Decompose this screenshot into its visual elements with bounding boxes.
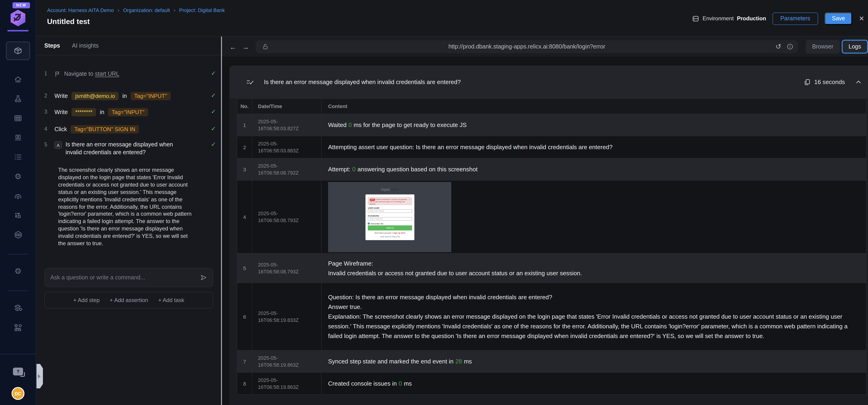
step-row-1[interactable]: 1 Navigate to start URL ✓: [44, 70, 216, 77]
sidebar-item-account-settings[interactable]: ⚙: [0, 264, 36, 278]
user-avatar[interactable]: DC: [11, 387, 25, 400]
step-target-chip[interactable]: Tag="INPUT": [131, 92, 171, 100]
command-input[interactable]: [50, 274, 200, 281]
sidebar-item-org-settings[interactable]: [0, 320, 36, 334]
org-chart-gear-icon: [13, 323, 22, 332]
assertion-question: Is there an error message displayed when…: [65, 141, 182, 156]
chevron-right-icon: ›: [174, 7, 175, 13]
breadcrumb-project[interactable]: Project: Digital Bank: [179, 7, 225, 13]
forward-icon[interactable]: →: [239, 43, 252, 51]
reload-icon[interactable]: ↺: [775, 42, 781, 51]
step-action: Write: [55, 92, 68, 99]
log-table-header: No. Date/Time Content: [237, 99, 866, 114]
screenshot-thumbnail[interactable]: Digital Bank Error Invalid credentials o…: [328, 182, 451, 252]
sidebar-item-settings[interactable]: ⚙: [0, 170, 36, 183]
col-header-datetime: Date/Time: [252, 99, 322, 114]
start-url-link[interactable]: start URL: [95, 71, 119, 77]
log-question-header[interactable]: Is there an error message displayed when…: [229, 65, 868, 98]
mini-checkbox: ✓: [368, 223, 370, 225]
environment-selector[interactable]: Environment Production: [692, 15, 766, 22]
tab-steps[interactable]: Steps: [44, 42, 60, 49]
value-highlight: 0: [399, 380, 402, 387]
panel-splitter[interactable]: [221, 36, 222, 405]
log-row-3[interactable]: 3 2025-05-16T06:58:08.792Z Attempt:0answ…: [237, 158, 866, 180]
row-content: Waited0ms for the page to get ready to e…: [322, 114, 866, 136]
info-icon[interactable]: [787, 44, 793, 50]
panel-expand-handle[interactable]: [36, 364, 43, 388]
breadcrumb-organization[interactable]: Organization: default: [123, 7, 170, 13]
step-value-chip[interactable]: jsmith@demo.io: [71, 92, 119, 100]
parameters-button[interactable]: Parameters: [773, 12, 818, 25]
step-target-chip[interactable]: Tag="BUTTON" SIGN IN: [71, 125, 139, 134]
log-row-4[interactable]: 4 2025-05-16T06:58:08.793Z Digital Bank …: [237, 180, 866, 254]
sidebar-divider: [7, 290, 29, 291]
sidebar-item-grid[interactable]: [0, 111, 36, 125]
copy-icon[interactable]: [804, 79, 810, 85]
row-datetime: 2025-05-16T06:58:08.792Z: [252, 158, 322, 180]
log-row-8[interactable]: 8 2025-05-16T06:58:19.863Z Created conso…: [237, 373, 866, 395]
harness-logo-icon[interactable]: [9, 9, 27, 27]
steps-panel: Steps AI insights 1 Navigate to start UR…: [36, 36, 221, 405]
mini-username-label: USER NAME: [368, 207, 379, 209]
sidebar-section-divider: [0, 354, 36, 354]
sidebar-item-module-selected[interactable]: [6, 41, 30, 60]
lock-open-icon: [262, 44, 269, 50]
tab-logs-view[interactable]: Logs: [842, 40, 868, 54]
step-success-icon: ✓: [211, 141, 216, 148]
back-icon[interactable]: ←: [226, 43, 239, 51]
value-highlight: 28: [455, 358, 462, 365]
sidebar-item-list[interactable]: [0, 150, 36, 164]
browser-toolbar: ← → http://prod.dbank.staging-apps.relic…: [222, 36, 868, 57]
chat-question-icon: ?: [13, 367, 23, 375]
save-button[interactable]: Save: [825, 12, 852, 25]
mini-brand: Digital Bank: [328, 188, 451, 191]
log-row-5[interactable]: 5 2025-05-16T06:58:08.793Z Page Wirefram…: [237, 254, 866, 283]
log-row-1[interactable]: 1 2025-05-16T06:58:03.827Z Waited0ms for…: [237, 114, 866, 136]
expand-arrow-icon: [38, 374, 41, 378]
step-value-chip[interactable]: ********: [71, 108, 96, 116]
step-row-4[interactable]: 4 Click Tag="BUTTON" SIGN IN ✓: [44, 125, 216, 134]
breadcrumb: Account: Harness AITA Demo › Organizatio…: [47, 7, 225, 13]
log-question-text: Is there an error message displayed when…: [264, 79, 461, 85]
sidebar-item-library[interactable]: [0, 131, 36, 145]
mini-signin-button: SIGN IN: [368, 225, 412, 230]
step-row-2[interactable]: 2 Write jsmith@demo.io in Tag="INPUT" ✓: [44, 92, 216, 100]
log-table: No. Date/Time Content 1 2025-05-16T06:58…: [237, 98, 867, 395]
log-row-2[interactable]: 2 2025-05-16T06:58:03.883Z Attempting as…: [237, 136, 866, 158]
row-datetime: 2025-05-16T06:58:19.863Z: [252, 373, 322, 395]
mini-username-input: Enter User Name: [368, 209, 412, 213]
url-bar[interactable]: http://prod.dbank.staging-apps.relicx.ai…: [256, 40, 798, 53]
log-row-6[interactable]: 6 2025-05-16T06:58:19.833Z Question: Is …: [237, 283, 866, 350]
chevron-up-icon[interactable]: [856, 79, 862, 85]
add-task-button[interactable]: + Add task: [158, 297, 184, 303]
sidebar-item-support[interactable]: [0, 189, 36, 203]
step-target-chip[interactable]: Tag="INPUT": [108, 108, 148, 116]
step-action: Click: [55, 125, 67, 133]
breadcrumb-account[interactable]: Account: Harness AITA Demo: [47, 7, 114, 13]
send-icon[interactable]: [200, 274, 207, 281]
mini-remember-row: ✓ Remember Me: [368, 222, 383, 225]
add-assertion-button[interactable]: + Add assertion: [110, 297, 148, 303]
sidebar-item-pipelines[interactable]: [0, 208, 36, 222]
step-success-icon: ✓: [211, 92, 216, 99]
sidebar-item-help-chat[interactable]: ?: [0, 364, 36, 378]
row-content: Page Wireframe: Invalid credentials or a…: [322, 254, 866, 283]
add-actions-row: + Add step + Add assertion + Add task: [44, 292, 213, 309]
row-datetime: 2025-05-16T06:58:03.883Z: [252, 136, 322, 158]
tab-browser-view[interactable]: Browser: [806, 40, 840, 54]
log-row-7[interactable]: 7 2025-05-16T06:58:19.863Z Synced step s…: [237, 350, 866, 373]
sidebar-item-lab[interactable]: [0, 92, 36, 106]
step-row-3[interactable]: 3 Write ******** in Tag="INPUT" ✓: [44, 108, 216, 116]
row-no: 2: [237, 136, 252, 158]
infinity-hexagon-icon: [13, 230, 22, 239]
tab-ai-insights[interactable]: AI insights: [72, 42, 98, 49]
add-step-button[interactable]: + Add step: [73, 297, 100, 303]
sidebar-item-cicd[interactable]: [0, 228, 36, 241]
sidebar-item-project-settings[interactable]: [0, 301, 36, 315]
sidebar-item-home[interactable]: [0, 73, 36, 86]
url-text[interactable]: http://prod.dbank.staging-apps.relicx.ai…: [448, 44, 605, 50]
step-number: 5: [44, 141, 51, 147]
sidebar: NEW: [0, 0, 36, 405]
step-row-5[interactable]: 5 A Is there an error message displayed …: [44, 141, 216, 156]
close-icon[interactable]: ✕: [859, 15, 864, 22]
